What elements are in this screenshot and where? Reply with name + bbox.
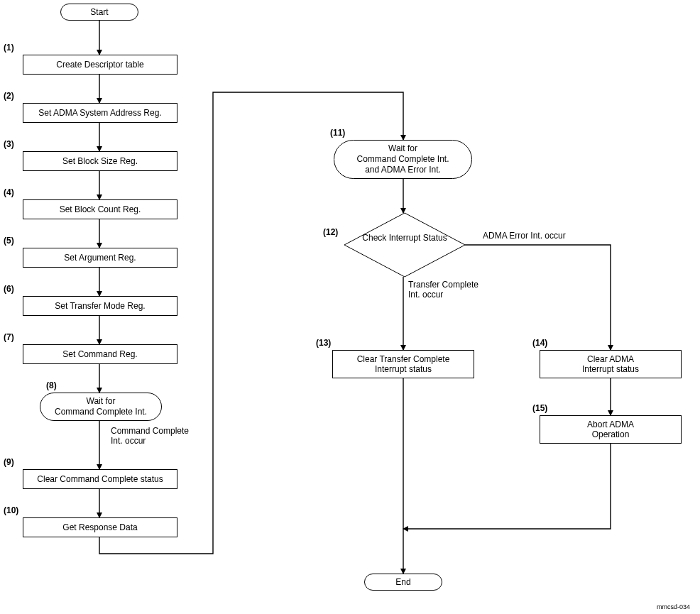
node-start: Start xyxy=(60,4,138,21)
node-s11-text: Wait for Command Complete Int. and ADMA … xyxy=(356,143,449,175)
svg-marker-0 xyxy=(344,213,465,277)
node-end-text: End xyxy=(395,577,410,588)
stepnum-6: (6) xyxy=(4,284,14,294)
node-s8-text: Wait for Command Complete Int. xyxy=(55,396,147,417)
node-s13: Clear Transfer Complete Interrupt status xyxy=(332,350,474,378)
node-s12: Check Interrupt Status xyxy=(344,213,465,277)
node-s5-text: Set Argument Reg. xyxy=(64,253,136,263)
flowchart-canvas: Start (1) Create Descriptor table (2) Se… xyxy=(0,0,700,614)
stepnum-4: (4) xyxy=(4,187,14,197)
stepnum-5: (5) xyxy=(4,236,14,246)
node-s3: Set Block Size Reg. xyxy=(23,151,177,171)
node-s14: Clear ADMA Interrupt status xyxy=(540,350,682,378)
node-s4: Set Block Count Reg. xyxy=(23,199,177,219)
stepnum-8: (8) xyxy=(46,380,57,390)
node-end: End xyxy=(364,574,442,591)
node-s13-text: Clear Transfer Complete Interrupt status xyxy=(357,354,450,374)
node-s10: Get Response Data xyxy=(23,517,177,537)
stepnum-1: (1) xyxy=(4,43,14,53)
stepnum-3: (3) xyxy=(4,139,14,149)
stepnum-7: (7) xyxy=(4,332,14,342)
stepnum-2: (2) xyxy=(4,91,14,101)
node-s1: Create Descriptor table xyxy=(23,55,177,75)
stepnum-12: (12) xyxy=(323,227,338,237)
edge-label-admaerror: ADMA Error Int. occur xyxy=(483,231,566,241)
stepnum-10: (10) xyxy=(4,505,18,515)
node-s8: Wait for Command Complete Int. xyxy=(40,393,162,421)
node-s10-text: Get Response Data xyxy=(62,522,137,532)
stepnum-13: (13) xyxy=(316,338,331,348)
node-s15-text: Abort ADMA Operation xyxy=(587,420,634,439)
node-s9: Clear Command Complete status xyxy=(23,469,177,489)
stepnum-11: (11) xyxy=(330,128,345,138)
node-s14-text: Clear ADMA Interrupt status xyxy=(582,354,639,374)
node-s7: Set Command Reg. xyxy=(23,344,177,364)
node-s5: Set Argument Reg. xyxy=(23,248,177,268)
stepnum-14: (14) xyxy=(532,338,547,348)
edge-label-transfercomplete: Transfer Complete Int. occur xyxy=(408,280,478,300)
figure-id: mmcsd-034 xyxy=(657,603,690,610)
node-s12-text: Check Interrupt Status xyxy=(344,233,465,243)
node-s9-text: Clear Command Complete status xyxy=(37,474,163,484)
node-s2: Set ADMA System Address Reg. xyxy=(23,103,177,123)
node-s1-text: Create Descriptor table xyxy=(56,60,143,70)
node-s15: Abort ADMA Operation xyxy=(540,415,682,444)
node-s7-text: Set Command Reg. xyxy=(62,349,137,359)
node-s6-text: Set Transfer Mode Reg. xyxy=(55,301,145,311)
node-s11: Wait for Command Complete Int. and ADMA … xyxy=(334,140,472,179)
node-s6: Set Transfer Mode Reg. xyxy=(23,296,177,316)
node-s3-text: Set Block Size Reg. xyxy=(62,156,138,166)
node-start-text: Start xyxy=(90,7,108,18)
node-s2-text: Set ADMA System Address Reg. xyxy=(38,108,161,118)
node-s4-text: Set Block Count Reg. xyxy=(60,204,141,214)
edge-label-cmdcomplete: Command Complete Int. occur xyxy=(111,427,189,446)
stepnum-9: (9) xyxy=(4,457,14,467)
stepnum-15: (15) xyxy=(532,403,547,413)
